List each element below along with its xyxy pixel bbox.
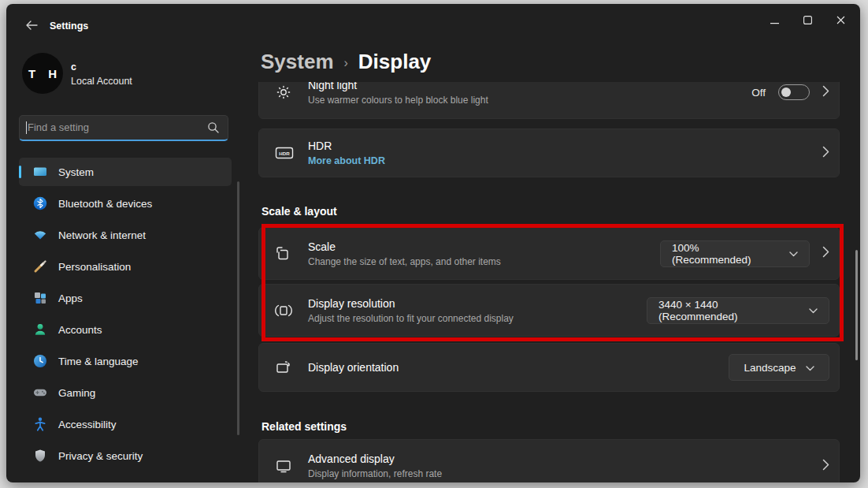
sidebar-item-gaming[interactable]: Gaming — [19, 378, 232, 407]
sidebar-item-label: Accounts — [58, 324, 102, 336]
sidebar-item-bluetooth-devices[interactable]: Bluetooth & devices — [19, 189, 232, 218]
resolution-icon — [275, 302, 292, 319]
orientation-icon — [275, 359, 292, 376]
page-title: Display — [358, 50, 432, 74]
selected-accent-pill — [19, 166, 21, 178]
scale-dropdown-value: 100% (Recommended) — [672, 242, 780, 266]
settings-window: Settings T H c Local Account System — [6, 4, 860, 482]
scale-dropdown[interactable]: 100% (Recommended) — [660, 240, 810, 267]
clock-icon — [32, 353, 48, 369]
paintbrush-icon — [32, 259, 48, 274]
hdr-icon: HDR — [275, 144, 292, 162]
advanced-display-row[interactable]: Advanced display Display information, re… — [258, 439, 840, 482]
search-icon — [207, 121, 220, 137]
night-light-row[interactable]: Night light Use warmer colours to help b… — [258, 82, 840, 119]
night-light-title: Night light — [308, 82, 488, 91]
night-light-toggle[interactable] — [778, 84, 810, 100]
svg-text:HDR: HDR — [279, 151, 290, 156]
search-input[interactable] — [28, 116, 197, 139]
search-box — [19, 115, 228, 141]
sidebar-item-label: Network & internet — [58, 229, 146, 241]
sidebar-item-time-language[interactable]: Time & language — [19, 347, 232, 375]
sidebar-scrollbar[interactable] — [237, 181, 239, 435]
sun-icon — [275, 84, 292, 101]
display-orientation-dropdown-value: Landscape — [744, 362, 796, 374]
sidebar-item-label: Time & language — [58, 356, 139, 367]
sidebar-item-system[interactable]: System — [19, 158, 232, 186]
breadcrumb: System › Display — [261, 50, 431, 74]
bluetooth-icon — [32, 196, 48, 211]
section-related-settings: Related settings — [262, 420, 347, 433]
text-caret — [26, 121, 27, 134]
sidebar-item-label: Privacy & security — [58, 450, 143, 462]
user-name: c — [71, 61, 76, 73]
minimize-button[interactable] — [758, 10, 791, 31]
scale-row[interactable]: Scale Change the size of text, apps, and… — [258, 227, 840, 280]
scale-icon — [275, 245, 292, 263]
back-button[interactable] — [20, 17, 43, 35]
apps-grid-icon — [32, 290, 48, 306]
person-icon — [32, 322, 48, 337]
scale-subtitle: Change the size of text, apps, and other… — [308, 256, 501, 267]
chevron-right-icon — [822, 459, 829, 474]
sidebar-nav: System Bluetooth & devices Network & int… — [19, 158, 232, 473]
display-resolution-dropdown[interactable]: 3440 × 1440 (Recommended) — [647, 297, 829, 324]
shield-icon — [32, 448, 48, 464]
sidebar-item-label: Apps — [58, 292, 83, 304]
game-controller-icon — [32, 385, 48, 400]
main-scrollbar[interactable] — [855, 250, 858, 360]
chevron-right-icon — [822, 246, 829, 261]
sidebar-item-apps[interactable]: Apps — [19, 284, 232, 312]
sidebar-item-privacy-security[interactable]: Privacy & security — [19, 441, 232, 470]
toggle-knob — [781, 88, 791, 97]
breadcrumb-system[interactable]: System — [261, 50, 334, 74]
sidebar-item-personalisation[interactable]: Personalisation — [19, 252, 232, 281]
close-button[interactable] — [824, 10, 857, 31]
display-resolution-title: Display resolution — [308, 297, 514, 310]
hdr-title: HDR — [308, 140, 385, 152]
maximize-button[interactable] — [791, 10, 824, 31]
chevron-down-icon — [809, 304, 818, 316]
display-resolution-subtitle: Adjust the resolution to fit your connec… — [308, 313, 514, 324]
display-icon — [32, 164, 48, 180]
sidebar-item-label: Gaming — [58, 387, 95, 399]
chevron-down-icon — [789, 248, 798, 259]
sidebar-item-label: Accessibility — [58, 419, 117, 430]
wifi-icon — [32, 227, 48, 243]
display-resolution-dropdown-value: 3440 × 1440 (Recommended) — [658, 299, 799, 322]
back-arrow-icon — [25, 19, 38, 33]
sidebar-item-accounts[interactable]: Accounts — [19, 315, 232, 344]
sidebar-item-accessibility[interactable]: Accessibility — [19, 410, 232, 438]
night-light-toggle-state: Off — [751, 87, 766, 99]
window-controls — [758, 10, 857, 31]
settings-list-viewport: Night light Use warmer colours to help b… — [258, 82, 843, 482]
account-type-label: Local Account — [71, 76, 132, 87]
chevron-down-icon — [806, 362, 814, 374]
sidebar-item-label: Personalisation — [58, 261, 131, 273]
night-light-subtitle: Use warmer colours to help block blue li… — [308, 95, 488, 106]
more-about-hdr-link[interactable]: More about HDR — [308, 155, 385, 166]
chevron-right-icon — [822, 85, 829, 100]
maximize-icon — [803, 13, 812, 28]
monitor-icon — [275, 457, 292, 475]
sidebar-item-network-internet[interactable]: Network & internet — [19, 221, 232, 249]
display-orientation-title: Display orientation — [308, 361, 399, 374]
close-icon — [836, 13, 845, 28]
advanced-display-subtitle: Display information, refresh rate — [308, 468, 442, 479]
app-title: Settings — [50, 20, 88, 32]
display-resolution-row[interactable]: Display resolution Adjust the resolution… — [258, 284, 840, 337]
sidebar-item-label: System — [58, 166, 94, 178]
minimize-icon — [770, 13, 779, 28]
avatar: T H — [22, 53, 63, 94]
display-orientation-row[interactable]: Display orientation Landscape — [258, 343, 840, 392]
section-scale-layout: Scale & layout — [262, 205, 337, 218]
hdr-row[interactable]: HDR HDR More about HDR — [258, 129, 840, 177]
chevron-right-icon — [822, 146, 829, 161]
accessibility-person-icon — [32, 416, 48, 432]
display-orientation-dropdown[interactable]: Landscape — [729, 354, 829, 381]
scale-title: Scale — [308, 240, 501, 253]
advanced-display-title: Advanced display — [308, 453, 442, 465]
breadcrumb-separator: › — [344, 56, 348, 70]
sidebar-item-label: Bluetooth & devices — [58, 198, 152, 210]
